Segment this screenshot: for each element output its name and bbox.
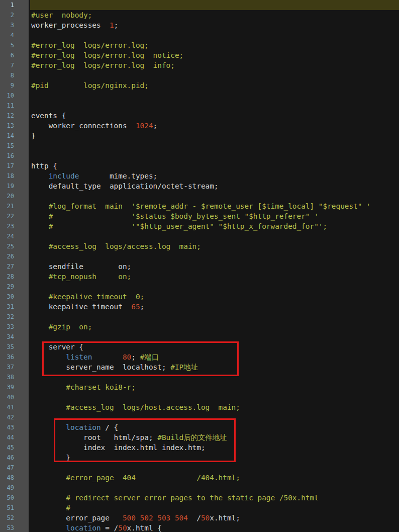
line-number[interactable]: 4 [0,30,29,40]
line-number[interactable]: 22 [0,211,29,221]
code-line: keepalive_timeout 65; [29,302,399,312]
line-number[interactable]: 31 [0,302,29,312]
line-number[interactable]: 26 [0,251,29,261]
code-segment: #charset koi8-r; [31,383,136,391]
line-number[interactable]: 39 [0,382,29,392]
line-number[interactable]: 28 [0,272,29,282]
code-segment: mime.types; [79,172,157,180]
code-segment: 500 502 503 504 [123,514,188,522]
code-line [29,30,399,40]
line-number[interactable]: 6 [0,50,29,60]
code-segment: location [66,524,101,532]
code-segment: worker_processes [31,21,110,29]
line-number[interactable]: 16 [0,151,29,161]
code-segment: # '$status $body_bytes_sent "$http_refer… [31,212,319,220]
code-line: worker_processes 1; [29,20,399,30]
line-number[interactable]: 12 [0,111,29,121]
line-number[interactable]: 52 [0,513,29,523]
line-number[interactable]: 17 [0,161,29,171]
code-line [29,101,399,111]
line-number[interactable]: 41 [0,402,29,412]
code-line [29,483,399,493]
nginx-conf-editor: 1234567891011121314151617181920212223242… [0,0,399,532]
line-number[interactable]: 25 [0,241,29,251]
line-number[interactable]: 38 [0,372,29,382]
code-segment: default_type application/octet-stream; [31,182,219,190]
line-number[interactable]: 29 [0,282,29,292]
line-number[interactable]: 30 [0,292,29,302]
line-number[interactable]: 35 [0,342,29,352]
code-line: } [29,131,399,141]
code-line: include mime.types; [29,171,399,181]
line-number[interactable]: 44 [0,432,29,442]
line-number[interactable]: 3 [0,20,29,30]
code-line [29,312,399,322]
line-number[interactable]: 40 [0,392,29,402]
code-line: #charset koi8-r; [29,382,399,392]
line-number[interactable]: 15 [0,141,29,151]
line-number[interactable]: 47 [0,463,29,473]
line-number[interactable]: 10 [0,91,29,101]
code-line: # '"$http_user_agent" "$http_x_forwarded… [29,221,399,231]
code-segment: include [49,172,79,180]
line-number[interactable]: 1 [0,0,29,10]
code-segment [31,524,66,532]
line-number[interactable]: 51 [0,503,29,513]
code-line: default_type application/octet-stream; [29,181,399,191]
line-number[interactable]: 20 [0,191,29,201]
line-number[interactable]: 11 [0,101,29,111]
line-number[interactable]: 43 [0,422,29,432]
code-line: # [29,503,399,513]
code-line: # redirect server error pages to the sta… [29,493,399,503]
code-segment: #error_log logs/error.log; [31,41,149,49]
line-number[interactable]: 42 [0,412,29,422]
code-line: #pid logs/nginx.pid; [29,80,399,91]
server-listen-highlight-box [42,341,239,376]
code-segment: sendfile on; [31,262,131,271]
line-number[interactable]: 9 [0,80,29,91]
line-number[interactable]: 36 [0,352,29,362]
line-number[interactable]: 8 [0,70,29,80]
line-number[interactable]: 7 [0,60,29,70]
line-number[interactable]: 5 [0,40,29,50]
line-number[interactable]: 14 [0,131,29,141]
code-segment: events { [31,112,66,120]
code-segment: #gzip on; [31,323,92,331]
code-segment: error_page [31,514,123,522]
line-number[interactable]: 23 [0,221,29,231]
line-number[interactable]: 45 [0,442,29,453]
line-number[interactable]: 50 [0,493,29,503]
code-line [29,151,399,161]
line-number-gutter[interactable]: 1234567891011121314151617181920212223242… [0,0,29,532]
code-line: #error_page 404 /404.html; [29,473,399,483]
line-number[interactable]: 32 [0,312,29,322]
code-segment: #log_format main '$remote_addr - $remote… [31,202,371,210]
line-number[interactable]: 19 [0,181,29,191]
code-line: #access_log logs/host.access.log main; [29,402,399,412]
code-line: #gzip on; [29,322,399,332]
line-number[interactable]: 24 [0,231,29,241]
line-number[interactable]: 27 [0,261,29,272]
line-number[interactable]: 33 [0,322,29,332]
code-line [29,231,399,241]
code-line: #error_log logs/error.log; [29,40,399,50]
line-number[interactable]: 37 [0,362,29,372]
code-line [29,392,399,402]
code-line [29,332,399,342]
line-number[interactable]: 46 [0,453,29,463]
code-line: #user nobody; [29,10,399,20]
code-line: #log_format main '$remote_addr - $remote… [29,201,399,211]
code-line: location = /50x.html { [29,523,399,532]
line-number[interactable]: 49 [0,483,29,493]
line-number[interactable]: 48 [0,473,29,483]
code-segment: } [31,132,36,140]
code-line [29,0,399,10]
line-number[interactable]: 13 [0,121,29,131]
line-number[interactable]: 53 [0,523,29,532]
line-number[interactable]: 21 [0,201,29,211]
code-line [29,282,399,292]
code-segment: keepalive_timeout [31,303,131,311]
line-number[interactable]: 18 [0,171,29,181]
line-number[interactable]: 34 [0,332,29,342]
line-number[interactable]: 2 [0,10,29,20]
